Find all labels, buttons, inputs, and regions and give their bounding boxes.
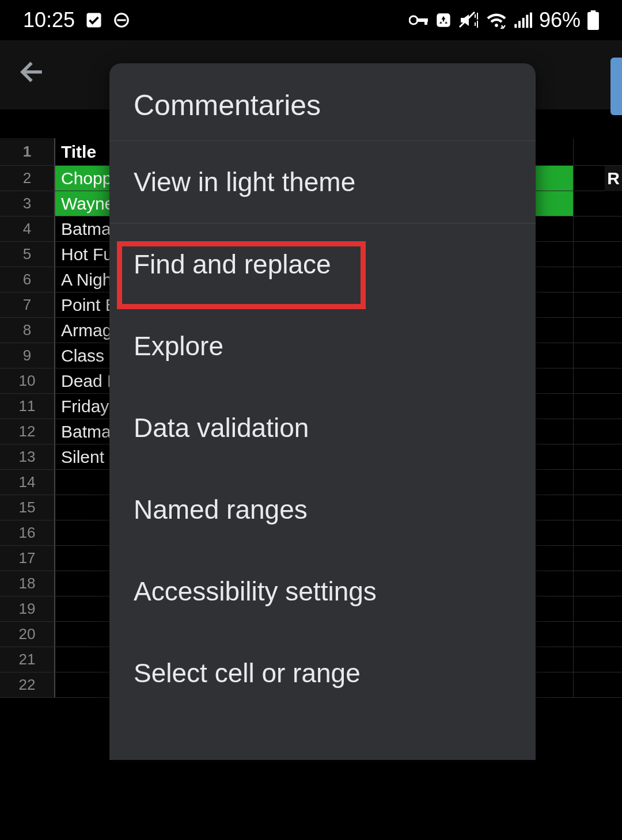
row-number[interactable]: 8 xyxy=(0,318,55,343)
menu-item-accessibility[interactable]: Accessibility settings xyxy=(109,550,536,632)
row-number[interactable]: 5 xyxy=(0,242,55,267)
row-number[interactable]: 17 xyxy=(0,546,55,571)
svg-point-3 xyxy=(409,16,418,24)
selection-edge xyxy=(610,58,622,115)
status-bar: 10:25 96% xyxy=(0,0,622,40)
row-number[interactable]: 19 xyxy=(0,596,55,621)
mute-vibrate-icon xyxy=(458,11,479,29)
menu-item-select-cell[interactable]: Select cell or range xyxy=(109,632,536,714)
svg-rect-9 xyxy=(477,13,478,20)
row-number[interactable]: 15 xyxy=(0,495,55,520)
menu-item-data-validation[interactable]: Data validation xyxy=(109,387,536,469)
status-right: 96% xyxy=(409,8,599,32)
svg-rect-12 xyxy=(514,24,517,28)
row-number[interactable]: 16 xyxy=(0,520,55,545)
status-time: 10:25 xyxy=(23,8,75,32)
row-number[interactable]: 10 xyxy=(0,368,55,393)
column-header-right[interactable]: R xyxy=(605,166,622,191)
svg-rect-14 xyxy=(522,18,525,28)
status-left: 10:25 xyxy=(23,8,130,32)
menu-title: Commentaries xyxy=(109,63,536,141)
battery-icon xyxy=(587,10,599,30)
checkmark-box-icon xyxy=(85,12,103,29)
svg-rect-10 xyxy=(475,22,476,26)
row-number[interactable]: 6 xyxy=(0,267,55,292)
svg-rect-5 xyxy=(424,18,427,25)
overflow-menu: Commentaries View in light theme Find an… xyxy=(109,63,536,760)
svg-rect-15 xyxy=(526,15,528,28)
do-not-disturb-icon xyxy=(113,12,130,29)
menu-item-find-replace[interactable]: Find and replace xyxy=(109,223,536,305)
row-number[interactable]: 18 xyxy=(0,571,55,596)
row-number[interactable]: 12 xyxy=(0,419,55,444)
row-number[interactable]: 2 xyxy=(0,166,55,191)
menu-item-explore[interactable]: Explore xyxy=(109,305,536,387)
back-arrow-icon[interactable] xyxy=(17,56,48,94)
vpn-key-icon xyxy=(409,13,428,28)
menu-item-named-ranges[interactable]: Named ranges xyxy=(109,469,536,550)
recycle-icon xyxy=(435,12,452,28)
signal-icon xyxy=(514,12,532,28)
row-number[interactable]: 14 xyxy=(0,470,55,495)
wifi-icon xyxy=(486,12,507,29)
row-number[interactable]: 4 xyxy=(0,216,55,241)
svg-rect-8 xyxy=(475,14,476,18)
row-number[interactable]: 13 xyxy=(0,444,55,469)
row-number[interactable]: 11 xyxy=(0,394,55,419)
row-number[interactable]: 21 xyxy=(0,647,55,672)
battery-percent: 96% xyxy=(539,8,581,32)
row-number[interactable]: 3 xyxy=(0,191,55,216)
row-number[interactable]: 9 xyxy=(0,343,55,368)
svg-rect-13 xyxy=(518,21,521,28)
svg-rect-18 xyxy=(587,12,599,30)
row-number[interactable]: 20 xyxy=(0,622,55,647)
svg-rect-11 xyxy=(477,21,478,28)
svg-rect-16 xyxy=(530,13,532,28)
row-number[interactable]: 22 xyxy=(0,672,55,697)
row-number[interactable]: 1 xyxy=(0,138,55,165)
menu-item-view-light-theme[interactable]: View in light theme xyxy=(109,141,536,223)
row-number[interactable]: 7 xyxy=(0,292,55,317)
